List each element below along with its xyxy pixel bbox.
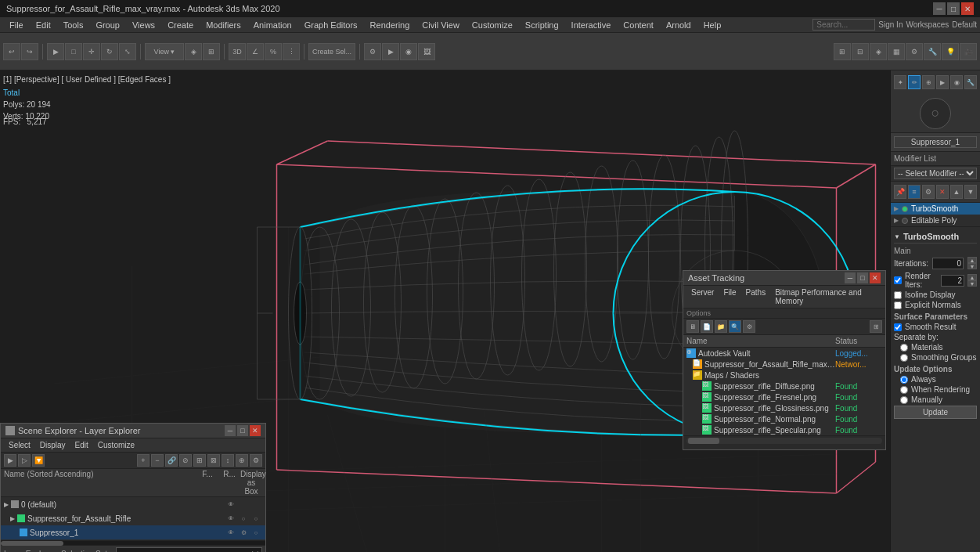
menu-help[interactable]: Help	[697, 19, 728, 31]
render-iters-up[interactable]: ▲	[967, 274, 977, 280]
at-row-maps[interactable]: 📁 Maps / Shaders	[683, 370, 885, 381]
extra-btn-7[interactable]: 💡	[942, 43, 959, 60]
minimize-button[interactable]: ─	[933, 2, 946, 15]
at-row-specular[interactable]: 🖼 Suppressor_rifle_Specular.png Found	[683, 424, 885, 435]
close-button[interactable]: ✕	[961, 2, 974, 15]
at-scrollbar-thumb[interactable]	[688, 438, 719, 444]
snap-3d-button[interactable]: 3D	[229, 43, 246, 60]
at-tool-1[interactable]: 🖥	[686, 320, 699, 333]
at-tool-4[interactable]: 🔍	[729, 320, 741, 333]
se-menu-display[interactable]: Display	[35, 439, 70, 451]
se-layer-delete-button[interactable]: −	[151, 454, 164, 467]
at-menu-bitmap[interactable]: Bitmap Performance and Memory	[770, 287, 882, 307]
view-dropdown[interactable]: View ▾	[145, 43, 184, 60]
menu-arnold[interactable]: Arnold	[660, 19, 697, 31]
se-invert-button[interactable]: ↕	[222, 454, 234, 467]
menu-tools[interactable]: Tools	[57, 19, 90, 31]
se-row-eye-2[interactable]: 👁	[225, 526, 237, 539]
render-button[interactable]: ▶	[382, 43, 399, 60]
se-row-box-2[interactable]: ○	[250, 526, 262, 539]
extra-btn-4[interactable]: ▦	[888, 43, 905, 60]
maximize-button[interactable]: □	[947, 2, 960, 15]
move-down-button[interactable]: ▼	[964, 185, 977, 199]
modify-tab[interactable]: ✏	[908, 75, 921, 89]
modifier-dropdown[interactable]: -- Select Modifier --	[894, 168, 977, 179]
se-row-box-1[interactable]: ○	[250, 512, 262, 525]
extra-btn-3[interactable]: ◈	[870, 43, 887, 60]
hierarchy-tab[interactable]: ⊕	[922, 75, 935, 89]
select-button[interactable]: ▶	[47, 43, 64, 60]
se-tool-2[interactable]: ▷	[18, 454, 31, 467]
update-button[interactable]: Update	[894, 406, 977, 419]
render-setup-button[interactable]: ⚙	[364, 43, 381, 60]
se-filter-button[interactable]: 🔽	[32, 454, 45, 467]
se-layer-add-button[interactable]: +	[137, 454, 150, 467]
utilities-tab[interactable]: 🔧	[964, 75, 977, 89]
smooth-result-checkbox[interactable]	[894, 323, 902, 331]
configure-button[interactable]: ⚙	[922, 185, 935, 199]
explicit-normals-checkbox[interactable]	[894, 301, 902, 309]
se-scrollbar-thumb[interactable]	[1, 541, 63, 546]
menu-modifiers[interactable]: Modifiers	[200, 19, 247, 31]
se-menu-customize[interactable]: Customize	[93, 439, 139, 451]
modifier-visibility-dot-2[interactable]	[902, 218, 908, 224]
at-tool-5[interactable]: ⚙	[743, 320, 755, 333]
modifier-visibility-dot[interactable]	[902, 206, 908, 212]
when-rendering-radio[interactable]	[900, 386, 908, 394]
se-close-button[interactable]: ✕	[250, 425, 261, 436]
se-link-button[interactable]: 🔗	[165, 454, 178, 467]
menu-customize[interactable]: Customize	[466, 19, 519, 31]
always-radio[interactable]	[900, 376, 908, 384]
editable-poly-modifier[interactable]: ▶ Editable Poly	[891, 215, 980, 226]
selection-set-dropdown[interactable]	[116, 547, 262, 552]
at-tool-2[interactable]: 📄	[701, 320, 713, 333]
se-row-group[interactable]: ▶ Suppressor_for_Assault_Rifle 👁 ○ ○	[1, 511, 265, 525]
se-unlink-button[interactable]: ⊘	[179, 454, 192, 467]
at-tool-3[interactable]: 📁	[715, 320, 727, 333]
menu-rendering[interactable]: Rendering	[364, 19, 416, 31]
se-row-suppressor1[interactable]: Suppressor_1 👁 ⚙ ○	[1, 525, 265, 539]
isoline-checkbox[interactable]	[894, 291, 902, 299]
menu-group[interactable]: Group	[89, 19, 126, 31]
at-menu-server[interactable]: Server	[686, 287, 719, 307]
at-options-label[interactable]: Options	[683, 308, 885, 319]
motion-tab[interactable]: ▶	[936, 75, 949, 89]
menu-views[interactable]: Views	[126, 19, 161, 31]
extra-btn-1[interactable]: ⊞	[834, 43, 851, 60]
object-name-input[interactable]	[894, 136, 977, 148]
at-menu-paths[interactable]: Paths	[741, 287, 771, 307]
undo-button[interactable]: ↩	[3, 43, 20, 60]
at-close-button[interactable]: ✕	[870, 272, 881, 283]
iterations-input[interactable]	[932, 258, 964, 269]
materials-radio[interactable]	[900, 344, 908, 352]
show-result-button[interactable]: ≡	[908, 185, 921, 199]
se-row-render-2[interactable]: ⚙	[237, 526, 250, 539]
menu-interactive[interactable]: Interactive	[565, 19, 618, 31]
manually-radio[interactable]	[900, 396, 908, 404]
sign-in-link[interactable]: Sign In	[878, 20, 903, 29]
redo-button[interactable]: ↪	[21, 43, 38, 60]
se-row-box-0[interactable]	[250, 498, 262, 511]
menu-edit[interactable]: Edit	[30, 19, 57, 31]
menu-create[interactable]: Create	[161, 19, 200, 31]
display-tab[interactable]: ◉	[950, 75, 963, 89]
se-row-render-0[interactable]	[237, 498, 250, 511]
render-iters-checkbox[interactable]	[894, 276, 902, 284]
move-button[interactable]: ✛	[83, 43, 100, 60]
at-expand-button[interactable]: ⊞	[870, 320, 882, 333]
se-minimize-button[interactable]: ─	[225, 425, 236, 436]
render-frame-button[interactable]: 🖼	[418, 43, 435, 60]
at-minimize-button[interactable]: ─	[845, 272, 856, 283]
pin-stack-button[interactable]: 📌	[894, 185, 906, 199]
se-menu-select[interactable]: Select	[4, 439, 35, 451]
menu-graph-editors[interactable]: Graph Editors	[298, 19, 364, 31]
at-menu-file[interactable]: File	[719, 287, 740, 307]
shading-button[interactable]: ◈	[185, 43, 202, 60]
se-row-render-1[interactable]: ○	[237, 512, 250, 525]
se-select-all-button[interactable]: ⊞	[193, 454, 206, 467]
menu-animation[interactable]: Animation	[247, 19, 298, 31]
at-scrollbar[interactable]	[686, 438, 882, 444]
select-region-button[interactable]: □	[65, 43, 82, 60]
scale-button[interactable]: ⤡	[119, 43, 136, 60]
se-row-default-layer[interactable]: ▶ 0 (default) 👁	[1, 497, 265, 511]
